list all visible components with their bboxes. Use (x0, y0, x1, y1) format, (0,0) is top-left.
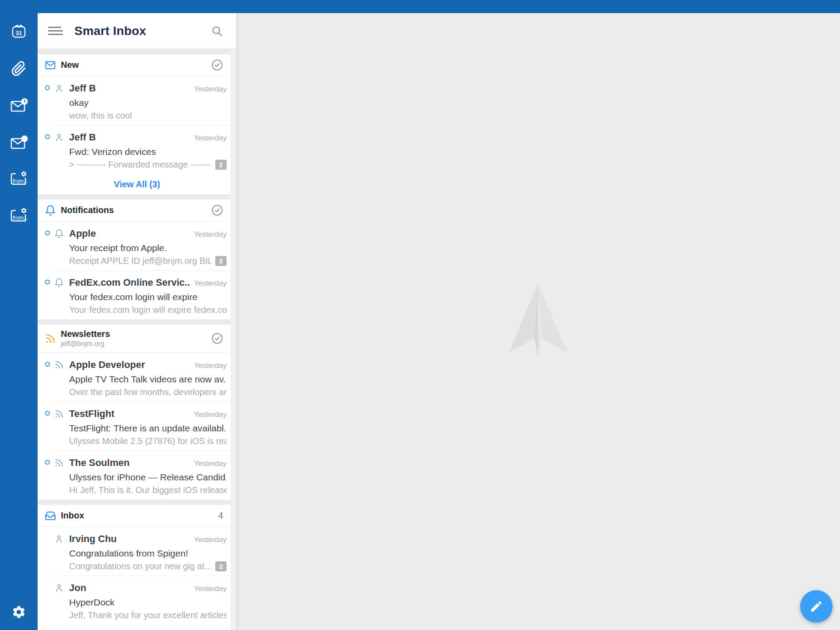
paper-plane-watermark (505, 283, 571, 358)
email-sender: Apple (69, 228, 96, 239)
email-subject: Your receipt from Apple. (69, 243, 227, 253)
email-list: New Jeff B Yesterday okay wow, this is c… (38, 49, 236, 630)
bell-icon (54, 278, 64, 287)
email-row[interactable]: Apple Yesterday Your receipt from Apple.… (38, 221, 236, 270)
panel-header: Smart Inbox (38, 13, 236, 49)
email-time: Yesterday (189, 584, 227, 593)
email-time: Yesterday (189, 279, 227, 288)
calendar-icon: 31 (10, 23, 27, 39)
section-separator (38, 49, 236, 54)
email-preview: wow, this is cool (69, 111, 227, 121)
section-header-newsletters[interactable]: Newsletters jeff@bnjm.org (38, 325, 236, 353)
email-preview: Congratulations on your new gig at... (69, 561, 211, 571)
mail-section-notifications: Notifications Apple Yesterday Your recei… (38, 194, 236, 319)
thread-count-badge: 2 (215, 561, 227, 571)
mail-section-inbox: Inbox 4 Irving Chu Yesterday Congratulat… (38, 500, 236, 625)
person-icon (54, 133, 64, 142)
svg-text:31: 31 (16, 30, 22, 36)
sidebar-item-calendar[interactable]: 31 (0, 22, 38, 40)
rss-icon (45, 333, 56, 344)
email-sender: Apple Developer (69, 359, 145, 371)
sidebar: 31from...from... (0, 0, 38, 630)
pencil-icon (809, 599, 823, 613)
new-mail-icon (10, 135, 28, 150)
section-header-inbox[interactable]: Inbox 4 (38, 505, 236, 527)
search-icon[interactable] (211, 25, 223, 37)
email-row[interactable]: TestFlight Yesterday TestFlight: There i… (38, 402, 236, 451)
unread-indicator (45, 280, 50, 284)
menu-icon[interactable] (48, 24, 63, 37)
email-row[interactable]: Irving Chu Yesterday Congratulations fro… (38, 527, 236, 576)
paperclip-icon (11, 61, 27, 77)
email-sender: FedEx.com Online Servic... (69, 277, 189, 288)
mail-list-panel: Smart Inbox New Jeff B Yesterday ok (38, 13, 236, 630)
svg-text:from...: from... (13, 215, 28, 221)
page-title: Smart Inbox (74, 24, 146, 38)
gear-icon (11, 605, 26, 620)
email-sender: Jeff B (69, 132, 96, 143)
email-subject: Your fedex.com login will expire (69, 292, 227, 302)
sidebar-item-new-mail[interactable] (0, 134, 38, 151)
mail-section-new: New Jeff B Yesterday okay wow, this is c… (38, 49, 236, 194)
email-preview: Ulysses Mobile 2.5 (27876) for iOS is re… (69, 436, 227, 446)
view-all-link[interactable]: View All (3) (38, 174, 236, 194)
section-label: Newsletters (61, 329, 110, 339)
email-subject: Fwd: Verizon devices (69, 147, 227, 157)
email-sender: Jon (69, 582, 86, 594)
check-circle-icon[interactable] (211, 59, 223, 71)
unread-indicator (45, 362, 50, 367)
email-preview: Hi Jeff, This is it. Our biggest iOS rel… (69, 485, 227, 495)
email-time: Yesterday (189, 361, 227, 370)
thread-count-badge: 2 (215, 256, 227, 266)
section-subtitle: jeff@bnjm.org (61, 340, 110, 348)
section-label: Inbox (61, 511, 84, 521)
sidebar-item-smart-folder-from[interactable]: from... (0, 207, 38, 224)
email-time: Yesterday (189, 85, 227, 94)
section-header-new[interactable]: New (38, 54, 236, 76)
email-row[interactable]: Jon Yesterday HyperDock Jeff, Thank you … (38, 576, 236, 625)
section-header-notifications[interactable]: Notifications (38, 200, 236, 221)
email-subject: HyperDock (69, 597, 227, 608)
sidebar-item-paperclip[interactable] (0, 60, 38, 77)
smart-folder-from-icon: from... (9, 207, 28, 224)
email-preview: Over the past few months, developers ar.… (69, 387, 227, 397)
email-time: Yesterday (189, 459, 227, 468)
email-sender: The Soulmen (69, 457, 130, 469)
section-label: New (61, 60, 79, 70)
scrollbar-track[interactable] (231, 49, 236, 630)
email-sender: TestFlight (69, 408, 114, 420)
bell-icon (54, 229, 64, 238)
top-bar (0, 0, 840, 13)
email-row[interactable]: FedEx.com Online Servic... Yesterday You… (38, 270, 236, 319)
sidebar-item-smart-folder-from[interactable]: from... (0, 170, 38, 188)
section-separator (38, 319, 236, 325)
email-sender: Jeff B (69, 83, 96, 94)
email-time: Yesterday (189, 134, 227, 143)
unread-indicator (45, 231, 50, 235)
email-preview: Jeff, Thank you for your excellent artic… (69, 610, 227, 620)
email-row[interactable]: The Soulmen Yesterday Ulysses for iPhone… (38, 451, 236, 500)
smart-folder-from-icon: from... (9, 171, 28, 187)
email-preview: > ---------- Forwarded message --------.… (69, 160, 211, 170)
mail-icon (45, 60, 56, 71)
inbox-icon (45, 510, 56, 522)
snoozed-mail-icon (10, 98, 28, 113)
rss-icon (54, 360, 64, 370)
person-icon (54, 84, 64, 93)
sidebar-item-settings[interactable] (0, 603, 38, 621)
compose-button[interactable] (800, 590, 833, 623)
section-separator (38, 194, 236, 200)
sidebar-item-snoozed-mail[interactable] (0, 97, 38, 114)
email-row[interactable]: Jeff B Yesterday okay wow, this is cool (38, 76, 236, 125)
email-row[interactable]: Jeff B Yesterday Fwd: Verizon devices > … (38, 125, 236, 174)
email-subject: TestFlight: There is an update availabl.… (69, 423, 227, 434)
email-time: Yesterday (189, 410, 227, 419)
svg-text:from...: from... (13, 178, 28, 184)
email-time: Yesterday (189, 536, 227, 544)
email-row[interactable]: Apple Developer Yesterday Apple TV Tech … (38, 353, 236, 402)
email-time: Yesterday (189, 230, 227, 239)
check-circle-icon[interactable] (211, 204, 223, 216)
section-count: 4 (218, 511, 223, 521)
check-circle-icon[interactable] (211, 332, 223, 344)
mail-section-newsletters: Newsletters jeff@bnjm.org Apple Develope… (38, 319, 236, 500)
